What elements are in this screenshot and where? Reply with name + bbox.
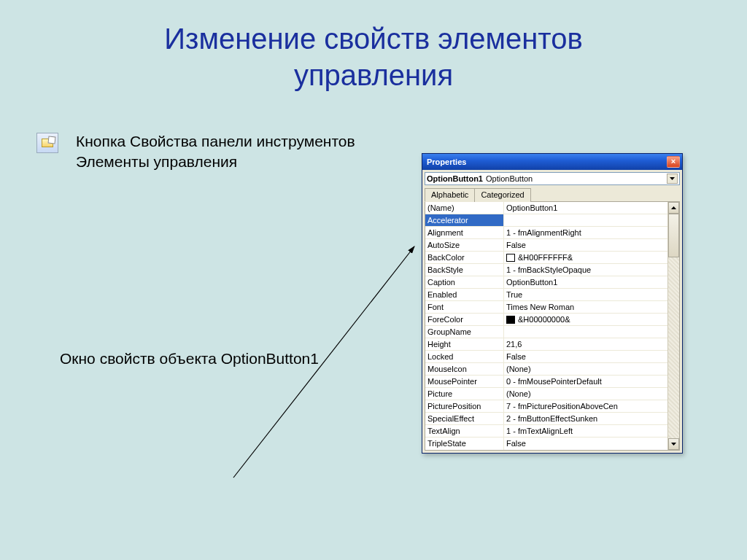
property-value-text: False: [506, 239, 526, 251]
property-value[interactable]: 1 - fmBackStyleOpaque: [504, 264, 667, 276]
property-value-text: 21,6: [506, 338, 522, 350]
properties-grid[interactable]: (Name)OptionButton1AcceleratorAlignment1…: [425, 202, 667, 450]
property-value-text: 1 - fmBackStyleOpaque: [506, 264, 591, 276]
chevron-down-icon: [671, 443, 676, 446]
property-row[interactable]: CaptionOptionButton1: [425, 276, 667, 289]
property-row[interactable]: AutoSizeFalse: [425, 239, 667, 252]
chevron-up-icon: [671, 206, 676, 209]
property-row[interactable]: Alignment1 - fmAlignmentRight: [425, 227, 667, 239]
property-value[interactable]: 0 - fmMousePointerDefault: [504, 376, 667, 387]
property-row[interactable]: MousePointer0 - fmMousePointerDefault: [425, 376, 667, 388]
scroll-thumb[interactable]: [668, 214, 679, 257]
property-name: MouseIcon: [425, 363, 504, 375]
tab-strip: Alphabetic Categorized: [425, 187, 680, 202]
object-type: OptionButton: [486, 174, 533, 183]
property-row[interactable]: BackStyle1 - fmBackStyleOpaque: [425, 264, 667, 276]
property-value-text: (None): [506, 363, 531, 375]
property-value[interactable]: False: [504, 438, 667, 450]
property-row[interactable]: Picture(None): [425, 388, 667, 400]
property-row[interactable]: TripleStateFalse: [425, 438, 667, 450]
property-row[interactable]: FontTimes New Roman: [425, 301, 667, 314]
property-value[interactable]: False: [504, 351, 667, 362]
caption-properties-window: Окно свойств объекта OptionButton1: [60, 350, 319, 368]
property-row[interactable]: PicturePosition7 - fmPicturePositionAbov…: [425, 400, 667, 413]
scrollbar-vertical[interactable]: [667, 202, 679, 450]
property-row[interactable]: GroupName: [425, 326, 667, 338]
tab-alphabetic[interactable]: Alphabetic: [425, 188, 475, 202]
property-value-text: False: [506, 438, 526, 450]
property-row[interactable]: SpecialEffect2 - fmButtonEffectSunken: [425, 413, 667, 425]
properties-window: Properties × OptionButton1 OptionButton …: [422, 153, 683, 454]
property-value[interactable]: [504, 326, 667, 338]
property-value[interactable]: False: [504, 239, 667, 251]
color-swatch-icon: [506, 316, 515, 324]
property-name: Accelerator: [425, 214, 504, 226]
property-value-text: True: [506, 289, 522, 300]
slide-title-line2: управления: [294, 59, 453, 91]
property-name: SpecialEffect: [425, 413, 504, 424]
property-value[interactable]: OptionButton1: [504, 202, 667, 214]
object-selector[interactable]: OptionButton1 OptionButton: [425, 172, 680, 185]
property-name: AutoSize: [425, 239, 504, 251]
property-name: BackColor: [425, 252, 504, 263]
property-value-text: 1 - fmTextAlignLeft: [506, 425, 573, 437]
property-name: Caption: [425, 276, 504, 288]
property-row[interactable]: EnabledTrue: [425, 289, 667, 301]
property-name: Enabled: [425, 289, 504, 300]
property-value[interactable]: 1 - fmTextAlignLeft: [504, 425, 667, 437]
property-row[interactable]: ForeColor&H00000000&: [425, 314, 667, 326]
property-value[interactable]: 1 - fmAlignmentRight: [504, 227, 667, 238]
property-name: Font: [425, 301, 504, 313]
property-value-text: &H00000000&: [518, 314, 570, 325]
property-name: Alignment: [425, 227, 504, 238]
property-value-text: OptionButton1: [506, 276, 557, 288]
scroll-up-button[interactable]: [668, 202, 679, 214]
slide-title: Изменение свойств элементов управления: [0, 0, 747, 93]
property-row[interactable]: BackColor&H00FFFFFF&: [425, 252, 667, 264]
property-value[interactable]: 21,6: [504, 338, 667, 350]
property-row[interactable]: Height21,6: [425, 338, 667, 351]
scroll-track[interactable]: [668, 214, 679, 438]
property-name: Locked: [425, 351, 504, 362]
chevron-down-icon: [670, 177, 675, 180]
property-value-text: OptionButton1: [506, 202, 557, 214]
close-button[interactable]: ×: [667, 156, 680, 168]
property-name: TextAlign: [425, 425, 504, 437]
scroll-down-button[interactable]: [668, 438, 679, 450]
property-name: Height: [425, 338, 504, 350]
property-value[interactable]: (None): [504, 363, 667, 375]
property-value[interactable]: Times New Roman: [504, 301, 667, 313]
property-value-text: 2 - fmButtonEffectSunken: [506, 413, 597, 424]
object-dropdown-button[interactable]: [667, 174, 678, 184]
object-name: OptionButton1: [427, 174, 483, 183]
property-value-text: Times New Roman: [506, 301, 574, 313]
property-name: GroupName: [425, 326, 504, 338]
window-title: Properties: [427, 158, 466, 166]
property-value[interactable]: OptionButton1: [504, 276, 667, 288]
property-name: PicturePosition: [425, 400, 504, 412]
property-value[interactable]: 2 - fmButtonEffectSunken: [504, 413, 667, 424]
property-value-text: (None): [506, 388, 531, 400]
property-row[interactable]: (Name)OptionButton1: [425, 202, 667, 214]
property-name: TripleState: [425, 438, 504, 450]
slide-title-line1: Изменение свойств элементов: [164, 23, 582, 55]
property-value[interactable]: [504, 214, 667, 226]
property-name: BackStyle: [425, 264, 504, 276]
property-row[interactable]: TextAlign1 - fmTextAlignLeft: [425, 425, 667, 438]
color-swatch-icon: [506, 254, 515, 262]
property-row[interactable]: LockedFalse: [425, 351, 667, 363]
property-value[interactable]: True: [504, 289, 667, 300]
property-value[interactable]: &H00000000&: [504, 314, 667, 325]
property-row[interactable]: Accelerator: [425, 214, 667, 227]
property-row[interactable]: MouseIcon(None): [425, 363, 667, 376]
tab-categorized[interactable]: Categorized: [474, 188, 530, 202]
property-name: MousePointer: [425, 376, 504, 387]
property-value-text: &H00FFFFFF&: [518, 252, 573, 263]
property-value-text: 1 - fmAlignmentRight: [506, 227, 581, 238]
property-value-text: False: [506, 351, 526, 362]
property-value[interactable]: 7 - fmPicturePositionAboveCen: [504, 400, 667, 412]
property-name: ForeColor: [425, 314, 504, 325]
property-value[interactable]: &H00FFFFFF&: [504, 252, 667, 263]
titlebar[interactable]: Properties ×: [422, 154, 682, 170]
property-value[interactable]: (None): [504, 388, 667, 400]
